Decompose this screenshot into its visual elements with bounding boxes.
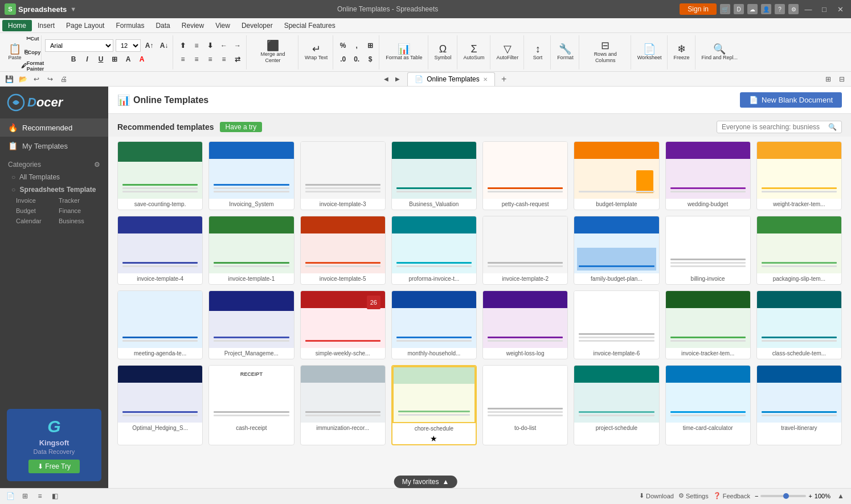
template-meeting-agenda[interactable]: meeting-agenda-te... <box>117 290 203 359</box>
ad-free-try-button[interactable]: ⬇ Free Try <box>28 460 80 473</box>
undo-quick-btn[interactable]: ↩ <box>31 73 42 85</box>
template-family-budget[interactable]: family-budget-plan... <box>574 216 659 285</box>
feedback-button[interactable]: ❓ Feedback <box>713 492 750 499</box>
template-chore-schedule[interactable]: chore-schedule ★ <box>391 365 477 445</box>
indent-increase-button[interactable]: → <box>231 39 244 52</box>
sidebar-sub-budget[interactable]: Budget <box>16 206 58 215</box>
search-icon[interactable]: 🔍 <box>828 123 837 131</box>
italic-button[interactable]: I <box>81 53 93 65</box>
template-monthly-household[interactable]: monthly-household... <box>391 290 477 359</box>
sidebar-item-spreadsheets-template[interactable]: ○ Spreadsheets Template <box>0 183 108 196</box>
rtl-button[interactable]: ⇄ <box>231 53 244 65</box>
zoom-in-button[interactable]: + <box>808 493 812 499</box>
minimize-view-btn[interactable]: ⊟ <box>836 73 848 85</box>
template-save-counting[interactable]: save-counting-temp. <box>117 141 203 210</box>
sort-button[interactable]: ↕ Sort <box>527 42 548 63</box>
sidebar-sub-finance[interactable]: Finance <box>59 206 100 215</box>
paste-button[interactable]: 📋 Paste <box>5 42 25 63</box>
template-invoice-1[interactable]: invoice-template-1 <box>208 216 294 285</box>
sidebar-item-all-templates[interactable]: ○ All Templates <box>0 171 108 183</box>
menu-special-features[interactable]: Special Features <box>279 20 341 31</box>
new-blank-document-button[interactable]: 📄 New Blank Document <box>740 92 842 108</box>
settings-button[interactable]: ⚙ Settings <box>678 492 709 499</box>
template-to-do-list[interactable]: to-do-list <box>482 365 568 445</box>
menu-insert[interactable]: Insert <box>32 20 60 31</box>
font-increase-button[interactable]: A↑ <box>143 39 156 52</box>
align-middle-button[interactable]: ≡ <box>190 39 203 52</box>
freeze-button[interactable]: ❄ Freeze <box>671 42 693 63</box>
toolbar-icon-2[interactable]: D <box>734 4 744 14</box>
underline-button[interactable]: U <box>95 53 107 65</box>
minimize-button[interactable]: — <box>802 3 815 15</box>
menu-home[interactable]: Home <box>2 20 32 31</box>
sidebar-sub-calendar[interactable]: Calendar <box>16 216 58 226</box>
tab-online-templates[interactable]: 📄 Online Templates ✕ <box>407 72 495 86</box>
sidebar-item-recommended[interactable]: 🔥 Recommended <box>0 118 108 137</box>
have-try-badge[interactable]: Have a try <box>220 122 263 132</box>
find-replace-button[interactable]: 🔍 Find and Repl... <box>699 42 741 63</box>
align-bottom-button[interactable]: ⬇ <box>204 39 216 52</box>
menu-view[interactable]: View <box>210 20 236 31</box>
template-weight-loss[interactable]: weight-loss-log <box>482 290 568 359</box>
template-simple-weekly[interactable]: 26 simple-weekly-sche... <box>300 290 386 359</box>
template-packaging-slip[interactable]: packaging-slip-tem... <box>756 216 842 285</box>
scroll-up-button[interactable]: ▲ <box>835 490 846 502</box>
align-right-button[interactable]: ≡ <box>204 53 216 65</box>
zoom-slider[interactable] <box>760 495 806 497</box>
decrease-decimal-button[interactable]: .0 <box>337 53 349 65</box>
template-time-card[interactable]: time-card-calculator <box>665 365 751 445</box>
template-wedding-budget[interactable]: wedding-budget <box>665 141 751 210</box>
percent-button[interactable]: % <box>337 39 349 52</box>
template-invoice-2[interactable]: invoice-template-2 <box>482 216 568 285</box>
font-name-select[interactable]: Arial <box>45 39 113 52</box>
template-grid-container[interactable]: save-counting-temp. Invoicing_System inv… <box>108 137 851 488</box>
status-sheet-icon[interactable]: 📄 <box>5 490 16 502</box>
menu-data[interactable]: Data <box>150 20 175 31</box>
toolbar-icon-5[interactable]: ? <box>775 4 785 14</box>
format-painter-button[interactable]: 🖌 Format Painter <box>26 60 39 72</box>
sidebar-sub-tracker[interactable]: Tracker <box>59 196 100 205</box>
toolbar-icon-3[interactable]: ☁ <box>747 4 758 14</box>
thousands-button[interactable]: , <box>350 39 363 52</box>
fill-color-button[interactable]: A <box>122 53 134 65</box>
tab-nav-right[interactable]: ▶ <box>392 74 403 84</box>
template-budget[interactable]: budget-template <box>574 141 659 210</box>
font-decrease-button[interactable]: A↓ <box>158 39 170 52</box>
print-quick-btn[interactable]: 🖨 <box>58 73 69 85</box>
template-immunization[interactable]: immunization-recor... <box>300 365 386 445</box>
template-invoice-4[interactable]: invoice-template-4 <box>117 216 203 285</box>
template-invoice-3[interactable]: invoice-template-3 <box>300 141 386 210</box>
indent-decrease-button[interactable]: ← <box>218 39 230 52</box>
align-center-button[interactable]: ≡ <box>190 53 203 65</box>
template-project-management[interactable]: Project_Manageme... <box>208 290 294 359</box>
window-manage-btn[interactable]: ⊞ <box>823 73 834 85</box>
zoom-out-button[interactable]: − <box>755 493 758 499</box>
align-left-button[interactable]: ≡ <box>177 53 189 65</box>
autofilter-button[interactable]: ▽ AutoFilter <box>494 42 522 63</box>
menu-review[interactable]: Review <box>176 20 210 31</box>
template-petty-cash[interactable]: petty-cash-request <box>482 141 568 210</box>
font-color-button[interactable]: A <box>136 53 148 65</box>
template-invoice-5[interactable]: invoice-template-5 <box>300 216 386 285</box>
bold-button[interactable]: B <box>67 53 80 65</box>
number-format-button[interactable]: ⊞ <box>364 39 377 52</box>
template-optimal-hedging[interactable]: Optimal_Hedging_S... <box>117 365 203 445</box>
justify-button[interactable]: ≡ <box>218 53 230 65</box>
worksheet-button[interactable]: 📄 Worksheet <box>635 42 665 63</box>
restore-button[interactable]: □ <box>818 3 830 15</box>
redo-quick-btn[interactable]: ↪ <box>44 73 56 85</box>
search-box[interactable]: 🔍 <box>717 121 842 133</box>
toolbar-icon-1[interactable]: 🛒 <box>720 4 730 14</box>
status-list-view[interactable]: ≡ <box>34 490 46 502</box>
categories-settings-icon[interactable]: ⚙ <box>94 161 100 169</box>
toolbar-icon-6[interactable]: ⚙ <box>788 4 799 14</box>
font-size-select[interactable]: 12 <box>116 39 141 52</box>
tab-nav-left[interactable]: ◀ <box>381 74 391 84</box>
increase-decimal-button[interactable]: 0. <box>350 53 363 65</box>
template-invoice-6[interactable]: invoice-template-6 <box>574 290 659 359</box>
copy-button[interactable]: ⎘ Copy <box>26 46 39 59</box>
template-travel-itinerary[interactable]: travel-itinerary <box>756 365 842 445</box>
template-class-schedule[interactable]: class-schedule-tem... <box>756 290 842 359</box>
autosum-button[interactable]: Σ AutoSum <box>461 42 488 63</box>
wrap-text-button[interactable]: ↵ Wrap Text <box>302 42 330 63</box>
